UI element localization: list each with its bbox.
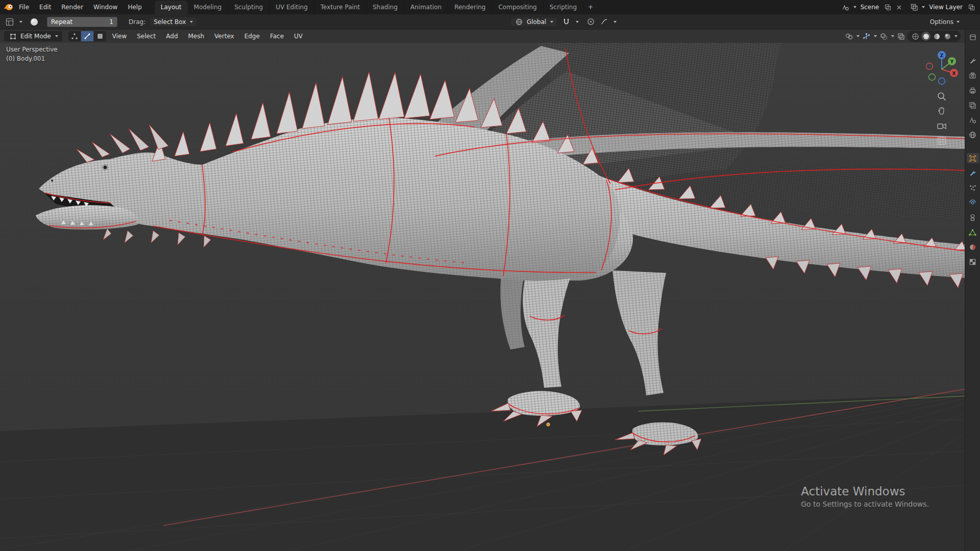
show-gizmo-icon[interactable] [862,32,871,41]
active-object-label: (0) Body.001 [6,55,45,62]
options-dropdown[interactable]: Options [930,18,960,26]
menu-uv[interactable]: UV [290,31,307,41]
tab-view-layer[interactable] [967,100,979,110]
workspace-tabs: Layout Modeling Sculpting UV Editing Tex… [155,0,598,14]
ortho-grid-icon[interactable] [937,136,947,146]
tab-texture[interactable] [967,257,979,267]
3d-cursor [547,423,550,426]
menu-edge[interactable]: Edge [240,31,264,41]
gizmo-z-label: Z [940,53,944,58]
tab-material[interactable] [967,242,979,252]
tab-sculpting[interactable]: Sculpting [228,1,270,14]
snap-magnet-icon[interactable] [561,17,571,27]
shading-mode-buttons [908,31,961,42]
menu-window[interactable]: Window [89,2,122,12]
menu-select[interactable]: Select [133,31,160,41]
select-mode-edge-button[interactable] [81,31,93,41]
dragon-model[interactable] [36,43,965,455]
show-object-types-caret[interactable] [856,35,860,37]
tab-rendering[interactable]: Rendering [448,1,492,14]
tab-scene[interactable] [967,115,979,125]
menu-file[interactable]: File [14,2,34,12]
select-mode-vertex-button[interactable] [68,31,81,41]
shading-options-caret[interactable] [954,35,958,37]
tab-output[interactable] [967,85,979,95]
menu-face[interactable]: Face [266,31,288,41]
view-layer-name[interactable]: View Layer [927,4,965,11]
scene-browse-icon[interactable] [841,3,850,12]
view-layer-duplicate-icon[interactable] [967,3,976,12]
repeat-field[interactable]: Repeat 1 [47,17,117,27]
proportional-editing-icon[interactable] [586,17,595,27]
viewport-canvas[interactable] [0,43,965,551]
repeat-label: Repeat [51,18,72,26]
gizmo-options-caret[interactable] [874,35,877,37]
edit-mode-icon [8,32,17,41]
transform-orientation-dropdown[interactable]: Global [510,17,557,27]
drag-mode-dropdown[interactable]: Select Box [150,17,197,27]
tab-tool[interactable] [967,56,979,66]
drag-label: Drag: [129,18,145,26]
tab-world[interactable] [967,130,979,140]
editor-type-button[interactable] [5,17,14,27]
tab-texture-paint[interactable]: Texture Paint [314,1,366,14]
tab-layout[interactable]: Layout [155,1,188,14]
zoom-icon[interactable] [937,91,947,102]
active-tool-icon[interactable] [30,17,39,27]
scene-duplicate-icon[interactable] [883,3,892,12]
viewport-nav-controls: Z X Y [923,49,961,146]
view-perspective-label: User Perspective [6,46,58,53]
blender-window: File Edit Render Window Help Layout Mode… [0,0,980,551]
tab-constraints[interactable] [967,212,979,222]
shading-rendered-icon[interactable] [943,32,952,41]
tab-object[interactable] [967,153,979,163]
tab-uv-editing[interactable]: UV Editing [270,1,314,14]
shading-wireframe-icon[interactable] [911,32,920,41]
falloff-options-caret[interactable] [614,21,617,23]
tab-physics[interactable] [967,197,979,208]
tab-particles[interactable] [967,183,979,193]
tab-modeling[interactable]: Modeling [188,1,229,14]
watermark-subtitle: Go to Settings to activate Windows. [801,500,929,508]
overlays-icon[interactable] [879,32,888,41]
scene-name[interactable]: Scene [859,4,881,11]
select-mode-buttons [68,31,106,41]
menu-view[interactable]: View [108,31,131,41]
mode-dropdown[interactable]: Edit Mode [4,31,62,41]
proportional-falloff-icon[interactable] [599,17,608,27]
show-object-types-icon[interactable] [844,32,853,41]
overlays-options-caret[interactable] [891,35,894,37]
view-layer-selector: View Layer [910,3,976,12]
snap-options-caret[interactable] [576,21,579,23]
menu-vertex[interactable]: Vertex [210,31,238,41]
tab-shading[interactable]: Shading [366,1,404,14]
add-workspace-button[interactable]: + [583,1,598,14]
activate-windows-watermark: Activate Windows Go to Settings to activ… [801,485,929,508]
menu-mesh[interactable]: Mesh [184,31,209,41]
navigation-gizmo[interactable]: Z X Y [923,49,961,87]
menu-help[interactable]: Help [123,2,146,12]
viewport-header: Edit Mode View Select Add Mesh Vertex Ed… [0,30,965,43]
view-layer-icon[interactable] [910,3,919,12]
xray-toggle-icon[interactable] [896,32,905,41]
select-mode-face-button[interactable] [94,31,106,41]
camera-view-icon[interactable] [937,121,947,131]
repeat-value: 1 [109,18,113,26]
blender-logo-icon[interactable] [4,3,13,12]
tab-scripting[interactable]: Scripting [544,1,583,14]
topbar: File Edit Render Window Help Layout Mode… [0,0,980,14]
3d-viewport[interactable]: User Perspective (0) Body.001 Z X Y [0,43,965,551]
shading-solid-icon[interactable] [921,32,930,41]
pan-hand-icon[interactable] [937,106,947,116]
menu-render[interactable]: Render [57,2,88,12]
properties-editor-type-button[interactable] [967,32,979,42]
tab-render[interactable] [967,70,979,81]
tab-modifiers[interactable] [967,168,979,178]
tab-compositing[interactable]: Compositing [492,1,543,14]
menu-add[interactable]: Add [162,31,182,41]
menu-edit[interactable]: Edit [35,2,56,12]
tab-object-data[interactable] [967,227,979,237]
shading-material-icon[interactable] [932,32,941,41]
tab-animation[interactable]: Animation [404,1,448,14]
scene-unlink-icon[interactable] [894,3,903,12]
